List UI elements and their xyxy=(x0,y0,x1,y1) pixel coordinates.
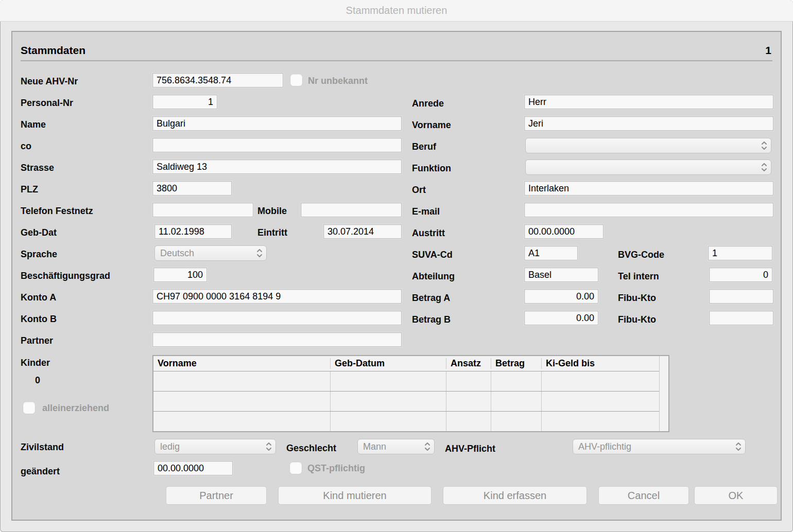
sprache-value: Deutsch xyxy=(160,248,194,259)
chevron-updown-icon xyxy=(761,162,768,173)
konto-b-label: Konto B xyxy=(21,313,57,325)
name-label: Name xyxy=(21,119,46,130)
record-number: 1 xyxy=(720,44,771,57)
table-cell xyxy=(153,412,331,431)
anrede-field[interactable]: Herr xyxy=(524,95,773,109)
table-cell xyxy=(331,392,446,411)
strasse-label: Strasse xyxy=(21,162,54,173)
panel-title: Stammdaten xyxy=(21,44,85,57)
chevron-updown-icon xyxy=(761,140,768,151)
table-cell xyxy=(542,392,659,411)
column-header-vorname: Vorname xyxy=(153,358,331,369)
name-field[interactable]: Bulgari xyxy=(152,116,402,131)
konto-a-field[interactable]: CH97 0900 0000 3164 8194 9 xyxy=(152,289,402,304)
table-cell xyxy=(331,371,446,391)
ok-button[interactable]: OK xyxy=(694,486,778,505)
neue-ahv-nr-field[interactable]: 756.8634.3548.74 xyxy=(152,73,283,87)
ahv-pflicht-label: AHV-Pflicht xyxy=(445,443,495,454)
ahv-pflicht-dropdown[interactable]: AHV-pflichtig xyxy=(573,439,746,454)
chevron-updown-icon xyxy=(735,441,742,452)
table-scrollbar-track[interactable] xyxy=(659,356,668,431)
vorname-field[interactable]: Jeri xyxy=(524,116,773,131)
alleinerziehend-checkbox[interactable] xyxy=(23,401,36,414)
partner-button[interactable]: Partner xyxy=(166,486,267,505)
suva-cd-field[interactable]: A1 xyxy=(524,246,578,260)
kinder-count: 0 xyxy=(35,375,40,386)
table-cell xyxy=(331,412,446,431)
fibu-kto-a-label: Fibu-Kto xyxy=(618,292,656,304)
geb-dat-field[interactable]: 11.02.1998 xyxy=(154,224,232,239)
geaendert-label: geändert xyxy=(21,466,60,477)
chevron-updown-icon xyxy=(256,247,263,259)
mobile-label: Mobile xyxy=(257,205,287,217)
qst-pflichtig-label: QST-pflichtig xyxy=(307,463,365,474)
window-title: Stammdaten mutieren xyxy=(346,5,447,16)
cancel-button[interactable]: Cancel xyxy=(598,486,689,505)
tel-intern-label: Tel intern xyxy=(618,271,659,282)
geaendert-field[interactable]: 00.00.0000 xyxy=(153,461,233,475)
table-row[interactable] xyxy=(153,411,659,431)
telefon-festnetz-label: Telefon Festnetz xyxy=(21,205,93,217)
anrede-label: Anrede xyxy=(412,98,444,109)
beruf-dropdown[interactable] xyxy=(525,138,771,153)
kind-erfassen-button[interactable]: Kind erfassen xyxy=(443,486,587,505)
zivilstand-dropdown[interactable]: ledig xyxy=(154,439,276,454)
beschaeftigungsgrad-field[interactable]: 100 xyxy=(153,268,207,282)
column-header-ki-geld-bis: Ki-Geld bis xyxy=(542,358,659,369)
table-cell xyxy=(542,412,659,431)
kinder-table-header: Vorname Geb-Datum Ansatz Betrag Ki-Geld … xyxy=(153,356,659,371)
strasse-field[interactable]: Saldiweg 13 xyxy=(152,159,402,174)
ort-label: Ort xyxy=(412,184,426,196)
header-separator xyxy=(21,60,772,62)
tel-intern-field[interactable]: 0 xyxy=(709,268,772,282)
co-field[interactable] xyxy=(152,138,402,152)
fibu-kto-a-field[interactable] xyxy=(709,289,773,304)
geb-dat-label: Geb-Dat xyxy=(21,227,57,238)
suva-cd-label: SUVA-Cd xyxy=(412,249,453,260)
kinder-table-body: Vorname Geb-Datum Ansatz Betrag Ki-Geld … xyxy=(153,356,659,431)
geschlecht-value: Mann xyxy=(363,441,386,452)
telefon-festnetz-field[interactable] xyxy=(152,203,253,217)
plz-field[interactable]: 3800 xyxy=(152,181,232,196)
table-cell xyxy=(491,392,542,411)
fibu-kto-b-field[interactable] xyxy=(709,311,773,325)
personal-nr-label: Personal-Nr xyxy=(21,97,73,109)
table-cell xyxy=(446,392,491,411)
nr-unbekannt-checkbox[interactable] xyxy=(290,74,303,86)
table-row[interactable] xyxy=(153,391,659,411)
table-cell xyxy=(446,412,491,431)
dialog-window: Stammdaten mutieren Stammdaten 1 Neue AH… xyxy=(0,0,793,532)
funktion-dropdown[interactable] xyxy=(525,159,771,175)
email-field[interactable] xyxy=(524,203,773,217)
vorname-label: Vorname xyxy=(412,119,451,131)
eintritt-field[interactable]: 30.07.2014 xyxy=(323,224,402,239)
title-bar[interactable]: Stammdaten mutieren xyxy=(0,0,793,22)
kind-mutieren-button[interactable]: Kind mutieren xyxy=(278,486,432,505)
geschlecht-label: Geschlecht xyxy=(286,442,336,454)
qst-pflichtig-checkbox[interactable] xyxy=(289,462,302,474)
bvg-code-field[interactable]: 1 xyxy=(708,246,772,260)
betrag-b-field[interactable]: 0.00 xyxy=(524,311,598,325)
austritt-field[interactable]: 00.00.0000 xyxy=(524,224,604,239)
email-label: E-mail xyxy=(412,206,440,217)
chevron-updown-icon xyxy=(424,441,431,452)
abteilung-label: Abteilung xyxy=(412,271,455,282)
mobile-field[interactable] xyxy=(301,203,402,217)
table-row[interactable] xyxy=(153,371,659,391)
konto-a-label: Konto A xyxy=(21,292,56,303)
ort-field[interactable]: Interlaken xyxy=(524,181,773,196)
sprache-dropdown[interactable]: Deutsch xyxy=(154,245,267,261)
table-cell xyxy=(491,371,542,391)
abteilung-field[interactable]: Basel xyxy=(524,268,598,282)
partner-label: Partner xyxy=(21,335,53,346)
column-header-geb-datum: Geb-Datum xyxy=(331,358,446,369)
partner-field[interactable] xyxy=(152,332,402,347)
betrag-a-field[interactable]: 0.00 xyxy=(524,289,598,304)
zivilstand-label: Zivilstand xyxy=(21,441,64,453)
konto-b-field[interactable] xyxy=(152,311,402,325)
table-cell xyxy=(446,371,491,391)
table-cell xyxy=(153,392,331,411)
fibu-kto-b-label: Fibu-Kto xyxy=(618,314,656,325)
geschlecht-dropdown[interactable]: Mann xyxy=(357,439,435,454)
personal-nr-field[interactable]: 1 xyxy=(152,95,217,109)
